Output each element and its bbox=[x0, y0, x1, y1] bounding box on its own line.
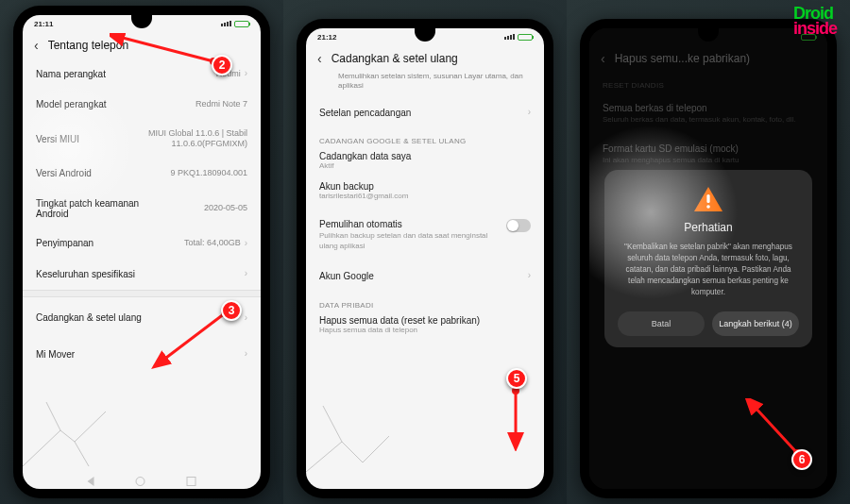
signal-icon bbox=[504, 34, 515, 40]
section-header-google: CADANGAN GOOGLE & SETEL ULANG bbox=[306, 127, 544, 149]
phone-frame-1: 21:11 ‹ Tentang telepon Nama perangkat R… bbox=[13, 6, 270, 498]
screen-about-phone: 21:11 ‹ Tentang telepon Nama perangkat R… bbox=[23, 15, 261, 489]
svg-rect-6 bbox=[706, 194, 709, 203]
chevron-right-icon: › bbox=[245, 312, 247, 325]
annotation-marker-3: 3 bbox=[221, 300, 242, 321]
status-icons bbox=[221, 21, 249, 27]
chevron-right-icon: › bbox=[528, 270, 531, 282]
cancel-button[interactable]: Batal bbox=[618, 311, 705, 336]
toggle-auto-restore[interactable] bbox=[506, 219, 531, 232]
row-backup-account[interactable]: Akun backup tarisrilestari61@gmail.com bbox=[306, 179, 544, 210]
status-time: 21:12 bbox=[317, 33, 336, 42]
chevron-right-icon: › bbox=[245, 348, 247, 361]
panel-2: 21:12 ‹ Cadangkan & setel ulang Memulihk… bbox=[283, 0, 567, 504]
screen-crack bbox=[306, 396, 391, 481]
battery-icon bbox=[518, 34, 533, 41]
dialog-body: "Kembalikan ke setelan pabrik" akan meng… bbox=[618, 242, 799, 297]
page-title: Cadangkan & setel ulang bbox=[332, 52, 458, 65]
chevron-right-icon: › bbox=[245, 268, 247, 280]
next-step-button[interactable]: Langkah berikut (4) bbox=[712, 311, 799, 336]
nav-bar[interactable] bbox=[88, 477, 196, 486]
signal-icon bbox=[221, 21, 231, 26]
status-time: 21:11 bbox=[34, 20, 53, 28]
svg-line-8 bbox=[754, 406, 797, 453]
svg-line-2 bbox=[162, 313, 225, 361]
annotation-marker-5: 5 bbox=[506, 368, 527, 389]
panel-1: 21:11 ‹ Tentang telepon Nama perangkat R… bbox=[0, 0, 283, 504]
back-icon[interactable]: ‹ bbox=[317, 51, 322, 66]
annotation-marker-6: 6 bbox=[791, 449, 812, 470]
nav-recent-icon[interactable] bbox=[187, 477, 196, 486]
panel-3: ‹ Hapus semu...ke pabrikan) RESET DIANDI… bbox=[567, 0, 850, 504]
row-all-specs[interactable]: Keseluruhan spesifikasi › bbox=[23, 259, 261, 290]
row-security-patch[interactable]: Tingkat patch keamanan Android 2020-05-0… bbox=[23, 189, 261, 228]
row-auto-restore[interactable]: Pemulihan otomatis Pulihkan backup setel… bbox=[306, 210, 544, 260]
annotation-arrow-5 bbox=[497, 385, 535, 451]
confirm-dialog: Perhatian "Kembalikan ke setelan pabrik"… bbox=[604, 170, 812, 346]
row-model[interactable]: Model perangkat Redmi Note 7 bbox=[23, 90, 261, 119]
battery-icon bbox=[234, 21, 249, 27]
annotation-arrow-2 bbox=[110, 33, 223, 71]
annotation-marker-2: 2 bbox=[212, 55, 232, 76]
nav-home-icon[interactable] bbox=[136, 477, 145, 486]
page-subtitle: Memulihkan setelan sistem, susunan Layar… bbox=[306, 72, 544, 97]
back-icon[interactable]: ‹ bbox=[34, 38, 39, 53]
svg-line-0 bbox=[119, 37, 213, 61]
status-icons bbox=[504, 34, 533, 41]
svg-point-7 bbox=[706, 205, 710, 209]
section-header-personal: DATA PRIBADI bbox=[306, 292, 544, 313]
alert-icon bbox=[692, 185, 724, 213]
row-storage[interactable]: Penyimpanan Total: 64,00GB› bbox=[23, 228, 261, 260]
chevron-right-icon: › bbox=[245, 238, 247, 250]
nav-back-icon[interactable] bbox=[88, 477, 94, 486]
row-google-account[interactable]: Akun Google › bbox=[306, 260, 544, 292]
row-backup-my-data[interactable]: Cadangkan data saya Aktif bbox=[306, 149, 544, 179]
row-miui[interactable]: Versi MIUI MIUI Global 11.0.6 | Stabil 1… bbox=[23, 119, 261, 160]
row-android[interactable]: Versi Android 9 PKQ1.180904.001 bbox=[23, 159, 261, 188]
row-backup-settings[interactable]: Setelan pencadangan › bbox=[306, 97, 544, 128]
watermark-logo: Droid inside bbox=[793, 6, 837, 36]
dialog-title: Perhatian bbox=[618, 221, 799, 234]
section-divider bbox=[23, 290, 261, 297]
row-factory-reset[interactable]: Hapus semua data (reset ke pabrikan) Hap… bbox=[306, 313, 544, 344]
chevron-right-icon: › bbox=[245, 68, 247, 80]
chevron-right-icon: › bbox=[528, 107, 531, 119]
title-bar: ‹ Cadangkan & setel ulang bbox=[306, 45, 544, 72]
screen-crack bbox=[23, 383, 108, 468]
